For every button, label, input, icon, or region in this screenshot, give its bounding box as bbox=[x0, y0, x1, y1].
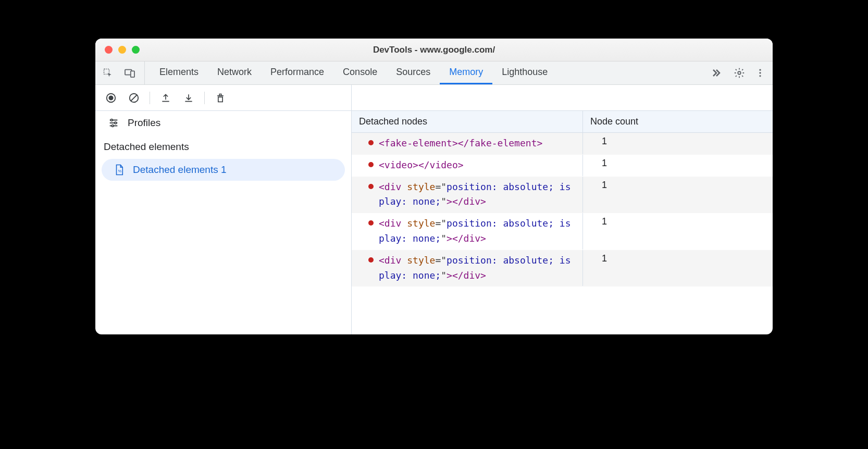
detached-dot-icon bbox=[368, 140, 374, 145]
upload-icon[interactable] bbox=[158, 91, 173, 105]
table-row[interactable]: <fake-element></fake-element>1 bbox=[352, 133, 773, 155]
separator bbox=[204, 92, 205, 104]
tab-sources[interactable]: Sources bbox=[387, 61, 440, 84]
garbage-collect-icon[interactable] bbox=[213, 91, 228, 105]
svg-point-4 bbox=[759, 69, 761, 71]
profiles-label: Profiles bbox=[128, 117, 160, 129]
detached-dot-icon bbox=[368, 184, 374, 189]
detached-dot-icon bbox=[368, 220, 374, 226]
tab-memory[interactable]: Memory bbox=[440, 61, 492, 84]
tab-console[interactable]: Console bbox=[333, 61, 387, 84]
file-icon: % bbox=[114, 164, 125, 176]
content: Profiles Detached elements % Detached el… bbox=[95, 111, 773, 334]
svg-rect-10 bbox=[218, 97, 222, 102]
tab-network[interactable]: Network bbox=[208, 61, 261, 84]
node-cell: <video></video> bbox=[352, 155, 583, 176]
svg-text:%: % bbox=[118, 169, 122, 173]
node-cell: <div style="position: absolute; isplay: … bbox=[352, 250, 583, 286]
column-header-nodes[interactable]: Detached nodes bbox=[352, 111, 583, 132]
node-cell: <fake-element></fake-element> bbox=[352, 133, 583, 154]
svg-point-6 bbox=[759, 75, 761, 77]
detached-dot-icon bbox=[368, 257, 374, 263]
window-title: DevTools - www.google.com/ bbox=[95, 45, 773, 55]
tabbar-tools-right bbox=[726, 66, 767, 80]
titlebar: DevTools - www.google.com/ bbox=[95, 39, 773, 61]
close-window-button[interactable] bbox=[105, 46, 113, 54]
memory-toolbar-left bbox=[95, 85, 352, 110]
profiles-sidebar: Profiles Detached elements % Detached el… bbox=[95, 111, 352, 334]
settings-gear-icon[interactable] bbox=[732, 66, 747, 80]
tab-performance[interactable]: Performance bbox=[261, 61, 333, 84]
more-tabs-button[interactable] bbox=[705, 67, 726, 79]
tabbar-tools-left bbox=[101, 61, 145, 84]
more-options-icon[interactable] bbox=[753, 66, 767, 80]
detached-nodes-panel: Detached nodes Node count <fake-element>… bbox=[352, 111, 773, 334]
download-icon[interactable] bbox=[181, 91, 196, 105]
tab-elements[interactable]: Elements bbox=[150, 61, 208, 84]
column-header-count[interactable]: Node count bbox=[583, 111, 773, 132]
separator bbox=[150, 92, 150, 104]
detached-dot-icon bbox=[368, 162, 374, 167]
memory-toolbar bbox=[95, 85, 773, 111]
minimize-window-button[interactable] bbox=[118, 46, 126, 54]
profiles-header[interactable]: Profiles bbox=[95, 111, 351, 135]
sidebar-section-title: Detached elements bbox=[95, 135, 351, 157]
svg-point-5 bbox=[759, 72, 761, 73]
svg-point-13 bbox=[111, 125, 114, 127]
node-cell: <div style="position: absolute; isplay: … bbox=[352, 177, 583, 213]
svg-rect-2 bbox=[131, 71, 134, 77]
node-code: <video></video> bbox=[379, 158, 464, 173]
table-body: <fake-element></fake-element>1<video></v… bbox=[352, 133, 773, 334]
record-icon[interactable] bbox=[104, 91, 118, 105]
node-code: <div style="position: absolute; isplay: … bbox=[379, 180, 575, 210]
svg-point-8 bbox=[109, 96, 113, 99]
clear-icon[interactable] bbox=[127, 91, 141, 105]
table-row[interactable]: <div style="position: absolute; isplay: … bbox=[352, 213, 773, 250]
count-cell: 1 bbox=[583, 213, 773, 250]
memory-toolbar-right bbox=[352, 85, 773, 110]
sidebar-item-detached-1[interactable]: % Detached elements 1 bbox=[102, 159, 345, 181]
devtools-window: DevTools - www.google.com/ ElementsNetwo… bbox=[95, 39, 773, 334]
maximize-window-button[interactable] bbox=[132, 46, 140, 54]
sliders-icon bbox=[108, 117, 119, 129]
devtools-tabbar: ElementsNetworkPerformanceConsoleSources… bbox=[95, 61, 773, 85]
node-cell: <div style="position: absolute; isplay: … bbox=[352, 213, 583, 250]
svg-point-11 bbox=[111, 119, 113, 121]
svg-point-3 bbox=[738, 71, 741, 74]
node-code: <div style="position: absolute; isplay: … bbox=[379, 253, 575, 283]
count-cell: 1 bbox=[583, 133, 773, 154]
node-code: <div style="position: absolute; isplay: … bbox=[379, 216, 575, 246]
device-toolbar-icon[interactable] bbox=[122, 66, 137, 80]
sidebar-item-label: Detached elements 1 bbox=[133, 164, 227, 176]
tab-lighthouse[interactable]: Lighthouse bbox=[492, 61, 557, 84]
table-header: Detached nodes Node count bbox=[352, 111, 773, 133]
traffic-lights bbox=[95, 46, 140, 54]
count-cell: 1 bbox=[583, 177, 773, 213]
panel-tabs: ElementsNetworkPerformanceConsoleSources… bbox=[150, 61, 705, 84]
table-row[interactable]: <div style="position: absolute; isplay: … bbox=[352, 177, 773, 214]
table-row[interactable]: <div style="position: absolute; isplay: … bbox=[352, 250, 773, 287]
svg-point-12 bbox=[115, 122, 117, 124]
count-cell: 1 bbox=[583, 250, 773, 286]
count-cell: 1 bbox=[583, 155, 773, 176]
node-code: <fake-element></fake-element> bbox=[379, 136, 542, 151]
inspect-element-icon[interactable] bbox=[101, 66, 115, 80]
table-row[interactable]: <video></video>1 bbox=[352, 155, 773, 177]
